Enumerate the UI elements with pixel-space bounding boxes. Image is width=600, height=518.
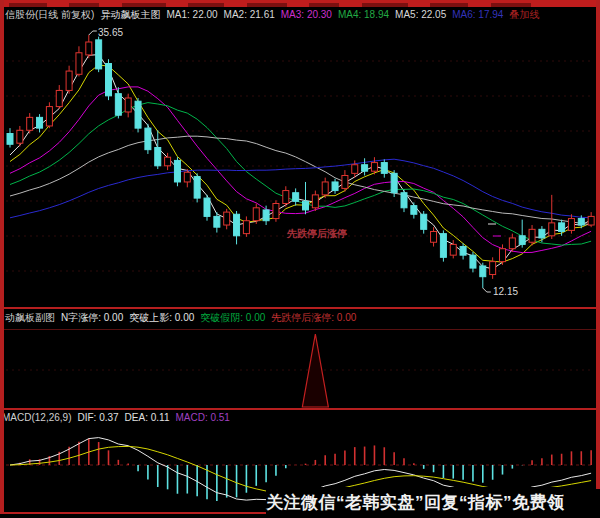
- right-border: [596, 0, 600, 489]
- legend-item: 先跌停后涨停: 0.00: [271, 311, 356, 325]
- menu-item-fragment: [491, 3, 531, 7]
- menu-item-fragment: [309, 3, 339, 7]
- high-price-label: 35.65: [98, 27, 123, 38]
- ad-banner: 关注微信“老韩实盘”回复“指标”免费领: [266, 487, 600, 518]
- ma-legend: MA1: 22.00MA2: 21.61MA3: 20.30MA4: 18.94…: [166, 8, 545, 22]
- legend-item: MA4: 18.94: [338, 9, 389, 20]
- legend-item: MACD: 0.51: [175, 411, 229, 425]
- menu-item-fragment: [9, 3, 47, 7]
- panel-separator: [0, 408, 600, 410]
- menu-item-fragment: [362, 3, 408, 7]
- legend-item: MA2: 21.61: [224, 9, 275, 20]
- bottom-border: [2, 512, 292, 514]
- left-border: [0, 0, 4, 514]
- legend-item: N字涨停: 0.00: [61, 311, 123, 325]
- header-underline: [0, 329, 600, 330]
- legend-item: 叠加线: [509, 9, 539, 20]
- legend-item: MA3: 20.30: [281, 9, 332, 20]
- macd-panel-header: MACD(12,26,9)DIF: 0.37DEA: 0.11MACD: 0.5…: [2, 411, 236, 425]
- stock-app-window: 信股份(日线 前复权) 异动飙板主图 MA1: 22.00MA2: 21.61M…: [0, 0, 600, 518]
- menu-item-fragment: [188, 3, 224, 7]
- main-indicator-name: 异动飙板主图: [100, 8, 160, 22]
- panel-separator: [0, 307, 600, 309]
- ad-banner-text: 关注微信“老韩实盘”回复“指标”免费领: [266, 491, 565, 514]
- legend-item: DEA: 0.11: [125, 411, 170, 425]
- chart-annotation: 先跌停后涨停: [287, 227, 347, 241]
- top-menu-bar[interactable]: [0, 0, 600, 7]
- menu-item-fragment: [122, 3, 166, 7]
- signal-panel-header: 动飙板副图N字涨停: 0.00突破上影: 0.00突破假阴: 0.00先跌停后涨…: [5, 311, 362, 325]
- legend-item: MA6: 17.94: [452, 9, 503, 20]
- legend-item: 突破上影: 0.00: [129, 311, 194, 325]
- legend-item: 突破假阴: 0.00: [200, 311, 265, 325]
- legend-item: MACD(12,26,9): [2, 411, 71, 425]
- low-price-label: 12.15: [493, 286, 518, 297]
- main-panel-header: 信股份(日线 前复权) 异动飙板主图 MA1: 22.00MA2: 21.61M…: [5, 8, 551, 22]
- legend-item: 动飙板副图: [5, 311, 55, 325]
- stock-title: 信股份(日线 前复权): [5, 8, 94, 22]
- chart-canvas: [0, 0, 600, 518]
- legend-item: MA5: 22.05: [395, 9, 446, 20]
- legend-item: MA1: 22.00: [166, 9, 217, 20]
- menu-item-fragment: [430, 3, 468, 7]
- menu-item-fragment: [247, 3, 287, 7]
- menu-item-fragment: [69, 3, 99, 7]
- legend-item: DIF: 0.37: [77, 411, 118, 425]
